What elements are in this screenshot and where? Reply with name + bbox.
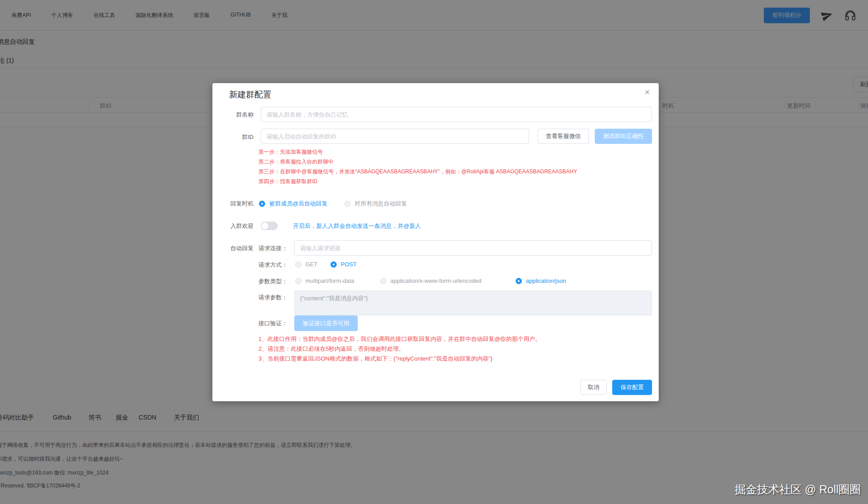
site-watermark: 掘金技术社区 @ Roll圈圈 [735,482,861,497]
radio-reply-all-messages[interactable]: 对所有消息自动回复 [344,200,407,208]
reply-timing-label: 回复时机 [212,200,254,208]
step-line: 第四步：找客服获取群ID [258,176,577,186]
request-method-label: 请求方式： [258,261,288,269]
radio-reply-after-at[interactable]: 被群成员@后自动回复 [259,200,327,208]
radio-icon [259,201,265,207]
test-group-id-button[interactable]: 测试群ID正确性 [595,129,652,144]
step-line: 第一步：先添加客服微信号 [258,147,577,157]
close-icon[interactable]: × [644,88,650,97]
request-params-label: 请求参数： [258,294,288,302]
auto-reply-label: 自动回复 [212,244,254,252]
radio-icon [344,201,351,207]
radio-method-get[interactable]: GET [295,261,318,268]
request-url-input[interactable] [294,240,652,256]
radio-icon [380,278,386,284]
verify-api-button[interactable]: 验证接口是否可用 [294,315,358,331]
request-url-label: 请求连接： [258,244,288,252]
radio-label: 对所有消息自动回复 [355,200,407,208]
radio-label: application/x-www-form-urlencoded [390,277,482,284]
view-service-wechat-button[interactable]: 查看客服微信 [538,129,589,144]
welcome-toggle[interactable] [261,222,278,230]
radio-param-urlencoded[interactable]: application/x-www-form-urlencoded [380,277,482,284]
api-notes: 1、此接口作用：当群内成员@你之后，我们会调用此接口获取回复内容，并在群中自动回… [258,334,541,364]
radio-label: POST [341,261,356,268]
welcome-label: 入群欢迎 [212,222,254,230]
param-type-label: 参数类型： [258,277,288,286]
radio-param-json[interactable]: application/json [516,277,566,284]
group-id-label: 群ID [212,133,254,141]
note-line: 2、请注意：此接口必须在5秒内返回，否则做超时处理。 [258,344,541,354]
dialog-title: 新建群配置 [229,89,271,101]
request-params-textarea[interactable]: {"content":"我是消息内容"} [294,290,652,315]
step-line: 第二步：将客服拉入你的群聊中 [258,157,577,167]
verify-label: 接口验证： [258,319,288,328]
radio-label: GET [305,261,318,268]
note-line: 3、当前接口需要返回JSON格式的数据，格式如下：{"replyContent"… [258,354,541,364]
group-id-steps: 第一步：先添加客服微信号 第二步：将客服拉入你的群聊中 第三步：在群聊中@客服微… [258,147,577,186]
cancel-button[interactable]: 取消 [580,380,607,395]
radio-label: application/json [526,277,566,284]
group-name-label: 群名称 [212,111,254,119]
radio-icon [295,261,301,268]
radio-method-post[interactable]: POST [330,261,356,268]
radio-label: multipart/form-data [305,277,354,284]
radio-param-form-data[interactable]: multipart/form-data [295,277,354,284]
new-group-config-dialog: 新建群配置 × 群名称 群ID 查看客服微信 测试群ID正确性 第一步：先添加客… [212,83,659,401]
radio-icon [330,261,337,268]
radio-label: 被群成员@后自动回复 [269,200,327,208]
step-line: 第三步：在群聊中@客服微信号，并发送“ASBAGQEAASBAGREAASBAH… [258,167,577,176]
radio-icon [516,278,522,284]
radio-icon [295,278,301,284]
welcome-hint: 开启后，新人入群会自动发送一条消息，并@新人 [293,222,421,230]
group-id-input[interactable] [261,129,529,144]
save-config-button[interactable]: 保存配置 [612,380,652,395]
note-line: 1、此接口作用：当群内成员@你之后，我们会调用此接口获取回复内容，并在群中自动回… [258,334,541,344]
group-name-input[interactable] [261,107,652,122]
